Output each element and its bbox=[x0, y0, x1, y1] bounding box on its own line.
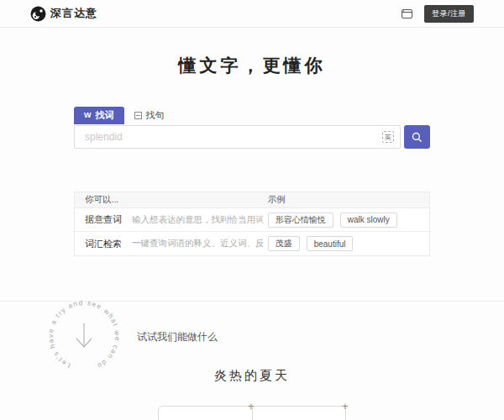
example-tag[interactable]: walk slowly bbox=[340, 213, 397, 228]
plus-mark-icon: + bbox=[342, 401, 349, 412]
tab-find-sentence[interactable]: 找句 bbox=[124, 107, 175, 124]
feature-description: 输入想表达的意思，找到恰当用词 bbox=[132, 214, 263, 226]
header-right: 登录/注册 bbox=[402, 5, 474, 23]
brand-logo-icon bbox=[30, 6, 46, 22]
example-query-title: 炎热的夏天 bbox=[0, 368, 504, 384]
search-row: 英 bbox=[74, 125, 430, 149]
try-hint-text: 试试我们能做什么 bbox=[137, 330, 218, 344]
table-row: 词汇检索 一键查询词语的释义、近义词、反义词、联想词等 茂盛 beautiful bbox=[75, 232, 429, 255]
down-arrow-icon bbox=[76, 323, 92, 347]
tab-find-sentence-label: 找句 bbox=[146, 109, 165, 122]
examples-table: 你可以... 示例 据意查词 输入想表达的意思，找到恰当用词 形容心情愉悦 wa… bbox=[74, 192, 430, 256]
search-icon bbox=[412, 132, 423, 143]
example-tag[interactable]: 茂盛 bbox=[268, 236, 300, 251]
wantwords-icon: W bbox=[84, 112, 92, 119]
app-header: 深言达意 登录/注册 bbox=[0, 0, 504, 28]
feature-label: 据意查词 bbox=[85, 213, 122, 226]
search-input-wrap: 英 bbox=[74, 125, 401, 149]
brand-name: 深言达意 bbox=[50, 6, 97, 21]
search-button[interactable] bbox=[404, 125, 430, 149]
brand[interactable]: 深言达意 bbox=[30, 6, 97, 22]
browser-extension-icon[interactable] bbox=[402, 9, 412, 18]
tab-find-word[interactable]: W 找词 bbox=[74, 107, 124, 124]
hero-title: 懂文字，更懂你 bbox=[0, 54, 504, 77]
example-tag[interactable]: beautiful bbox=[307, 236, 354, 251]
column-header-examples: 示例 bbox=[263, 194, 429, 206]
tab-find-word-label: 找词 bbox=[96, 109, 114, 122]
examples-table-header: 你可以... 示例 bbox=[75, 192, 429, 208]
search-input[interactable] bbox=[74, 125, 401, 149]
page: 深言达意 登录/注册 懂文字，更懂你 W 找词 找句 bbox=[0, 0, 504, 420]
example-tag[interactable]: 形容心情愉悦 bbox=[268, 213, 333, 228]
wantquotes-icon bbox=[134, 112, 142, 119]
plus-mark-icon: + bbox=[248, 401, 255, 412]
result-cards: + + bbox=[158, 406, 346, 420]
search-tabs: W 找词 找句 bbox=[74, 107, 430, 124]
language-toggle[interactable]: 英 bbox=[382, 131, 394, 143]
feature-description: 一键查询词语的释义、近义词、反义词、联想词等 bbox=[132, 238, 263, 249]
try-demo-badge: Let's have a try and see what we can do bbox=[44, 296, 124, 380]
column-header-you-can: 你可以... bbox=[75, 194, 263, 206]
table-row: 据意查词 输入想表达的意思，找到恰当用词 形容心情愉悦 walk slowly bbox=[75, 208, 429, 232]
search-area: W 找词 找句 英 bbox=[74, 107, 430, 149]
feature-label: 词汇检索 bbox=[85, 238, 122, 250]
login-register-button[interactable]: 登录/注册 bbox=[424, 5, 474, 23]
